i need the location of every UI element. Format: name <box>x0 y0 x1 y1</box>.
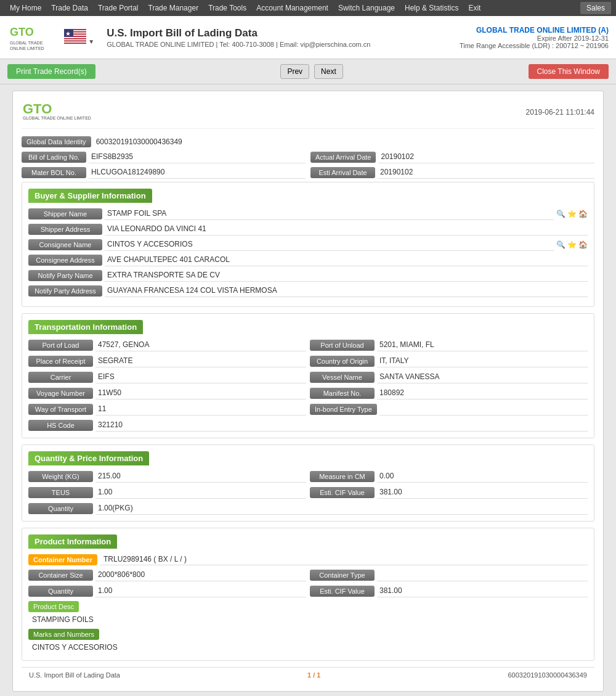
shipper-search-icon[interactable] <box>556 210 565 218</box>
svg-rect-10 <box>64 41 86 43</box>
svg-text:ONLINE LIMITED: ONLINE LIMITED <box>10 46 44 51</box>
shipper-address-row: Shipper Address VIA LEONARDO DA VINCI 41 <box>28 223 588 235</box>
prev-button-top[interactable]: Prev <box>280 64 309 79</box>
product-quantity-item: Quantity 1.00 <box>28 585 306 597</box>
ldr-range: Time Range Accessible (LDR) : 200712 ~ 2… <box>460 42 609 49</box>
esti-cif-value: 381.00 <box>377 486 588 499</box>
shipper-name-value: STAMP FOIL SPA <box>105 208 554 220</box>
container-size-label: Container Size <box>28 570 93 581</box>
marks-value: CINTOS Y ACCESORIOS <box>28 641 588 654</box>
container-number-row: Container Number TRLU2989146 ( BX / L / … <box>28 554 588 565</box>
teus-label: TEUS <box>28 487 93 498</box>
product-desc-section: Product Desc STAMPING FOILS <box>28 602 588 626</box>
logo-area: GTO GLOBAL TRADE ONLINE LIMITED <box>7 22 57 53</box>
product-header: Product Information <box>28 534 588 554</box>
consignee-address-value: AVE CHAPULTEPEC 401 CARACOL <box>105 254 588 266</box>
nav-my-home[interactable]: My Home <box>5 1 46 15</box>
nav-trade-tools[interactable]: Trade Tools <box>203 1 251 15</box>
port-of-unload-value: 5201, MIAMI, FL <box>377 339 588 351</box>
pagination-source: U.S. Import Bill of Lading Data <box>29 671 120 679</box>
card-header: GTO GLOBAL TRADE ONLINE LIMITED 2019-06-… <box>22 100 594 129</box>
product-title: Product Information <box>28 534 117 549</box>
notify-party-address-label: Notify Party Address <box>28 285 102 297</box>
consignee-home-icon[interactable] <box>578 240 588 249</box>
print-button-top[interactable]: Print Trade Record(s) <box>7 64 95 79</box>
inbond-entry-item: In-bond Entry Type <box>310 403 588 416</box>
esti-arrival-value: 20190102 <box>378 166 594 179</box>
main-content: GTO GLOBAL TRADE ONLINE LIMITED 2019-06-… <box>0 84 616 696</box>
container-size-item: Container Size 2000*806*800 <box>28 569 306 581</box>
teus-item: TEUS 1.00 <box>28 486 306 499</box>
quantity-price-grid: Weight (KG) 215.00 Measure in CM 0.00 TE… <box>28 470 588 515</box>
place-of-receipt-label: Place of Receipt <box>28 356 93 367</box>
nav-trade-portal[interactable]: Trade Portal <box>93 1 144 15</box>
page-title: U.S. Import Bill of Lading Data <box>107 27 460 39</box>
mater-bol-label: Mater BOL No. <box>22 167 86 178</box>
vessel-name-item: Vessel Name SANTA VANESSA <box>310 371 588 383</box>
hs-code-label: HS Code <box>28 420 93 431</box>
shipper-address-label: Shipper Address <box>28 224 102 235</box>
measure-label: Measure in CM <box>310 471 375 482</box>
consignee-name-row: Consignee Name CINTOS Y ACCESORIOS <box>28 239 588 251</box>
nav-help-statistics[interactable]: Help & Statistics <box>400 1 463 15</box>
container-number-label: Container Number <box>28 554 97 565</box>
quantity-price-title: Quantity & Price Information <box>28 451 149 465</box>
nav-trade-data[interactable]: Trade Data <box>46 1 93 15</box>
manifest-no-label: Manifest No. <box>310 388 375 399</box>
hs-code-item: HS Code 321210 <box>28 419 588 432</box>
product-quantity-value: 1.00 <box>95 585 306 597</box>
shipper-home-icon[interactable] <box>578 210 588 218</box>
bol-no-label: Bill of Lading No. <box>22 152 86 163</box>
action-bar-top: Print Trade Record(s) Prev Next Close Th… <box>0 59 616 84</box>
notify-party-address-row: Notify Party Address GUAYANA FRANCESA 12… <box>28 285 588 297</box>
expire-date: Expire After 2019-12-31 <box>460 35 609 42</box>
account-name: GLOBAL TRADE ONLINE LIMITED (A) <box>460 26 609 35</box>
container-type-value <box>377 569 588 581</box>
way-of-transport-value: 11 <box>95 403 306 416</box>
svg-text:GLOBAL TRADE: GLOBAL TRADE <box>10 41 43 45</box>
weight-item: Weight (KG) 215.00 <box>28 470 306 483</box>
mater-bol-rows: Mater BOL No. HLCUGOA181249890 Esti Arri… <box>22 166 594 179</box>
nav-account-management[interactable]: Account Management <box>251 1 333 15</box>
container-type-item: Container Type <box>310 569 588 581</box>
nav-trade-manager[interactable]: Trade Manager <box>144 1 204 15</box>
card-pagination: U.S. Import Bill of Lading Data 1 / 1 60… <box>22 667 594 682</box>
bol-rows: Bill of Lading No. EIFS8B2935 Actual Arr… <box>22 151 594 163</box>
svg-text:★: ★ <box>65 30 71 37</box>
bol-no-col: Bill of Lading No. EIFS8B2935 <box>22 151 306 163</box>
flag-area: ★ ▼ <box>64 29 94 46</box>
header-title-area: U.S. Import Bill of Lading Data GLOBAL T… <box>107 27 460 48</box>
product-quantity-label: Quantity <box>28 586 93 597</box>
svg-rect-9 <box>64 39 86 41</box>
shipper-star-icon[interactable] <box>567 210 577 218</box>
voyage-number-value: 11W50 <box>95 387 306 399</box>
close-button-top[interactable]: Close This Window <box>529 64 609 79</box>
way-of-transport-item: Way of Transport 11 <box>28 403 306 416</box>
quantity-price-section: Quantity & Price Information Weight (KG)… <box>22 444 594 522</box>
nav-switch-language[interactable]: Switch Language <box>333 1 400 15</box>
esti-cif-item: Esti. CIF Value 381.00 <box>310 486 588 499</box>
consignee-star-icon[interactable] <box>567 240 577 249</box>
us-flag-icon: ★ <box>64 29 86 44</box>
top-navigation: My Home Trade Data Trade Portal Trade Ma… <box>0 0 616 16</box>
consignee-search-icon[interactable] <box>556 240 565 249</box>
esti-arrival-label: Esti Arrival Date <box>310 167 375 178</box>
buyer-supplier-header: Buyer & Supplier Information <box>28 189 588 208</box>
global-data-identity-value: 600320191030000436349 <box>96 137 182 146</box>
consignee-address-label: Consignee Address <box>28 255 102 266</box>
actual-arrival-col: Actual Arrival Date 20190102 <box>310 151 594 163</box>
manifest-no-item: Manifest No. 180892 <box>310 387 588 399</box>
port-of-load-item: Port of Load 47527, GENOA <box>28 339 306 351</box>
record-card: GTO GLOBAL TRADE ONLINE LIMITED 2019-06-… <box>12 91 604 692</box>
bol-no-value: EIFS8B2935 <box>89 151 306 163</box>
record-date: 2019-06-21 11:01:44 <box>526 108 594 117</box>
product-esti-cif-label: Esti. CIF Value <box>310 586 375 597</box>
sales-button[interactable]: Sales <box>580 2 611 14</box>
port-of-unload-item: Port of Unload 5201, MIAMI, FL <box>310 339 588 351</box>
next-button-top[interactable]: Next <box>314 64 343 79</box>
card-logo: GTO GLOBAL TRADE ONLINE LIMITED <box>22 100 95 125</box>
product-esti-cif-value: 381.00 <box>377 585 588 597</box>
mater-bol-col: Mater BOL No. HLCUGOA181249890 <box>22 166 306 179</box>
nav-exit[interactable]: Exit <box>463 1 485 15</box>
country-of-origin-item: Country of Origin IT, ITALY <box>310 355 588 367</box>
